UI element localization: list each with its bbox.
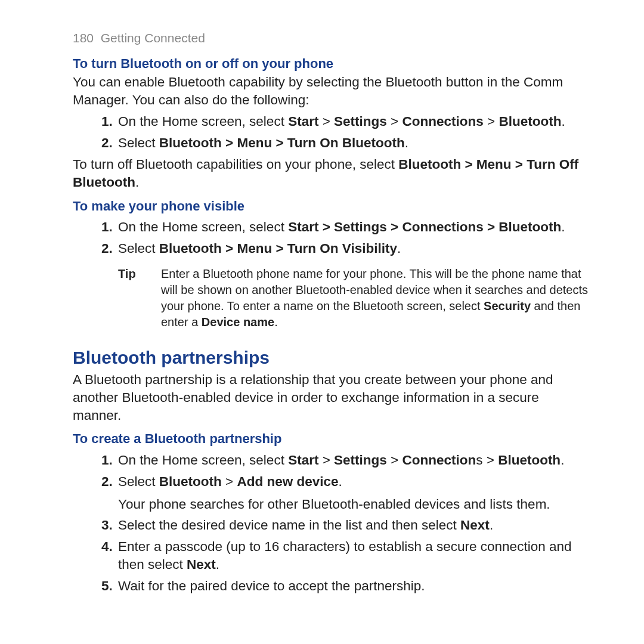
step-body: Your phone searches for other Bluetooth-… — [118, 496, 589, 513]
tip-text: Enter a Bluetooth phone name for your ph… — [161, 266, 589, 330]
partnerships-intro: A Bluetooth partnership is a relationshi… — [73, 371, 589, 425]
list-item: 4.Enter a passcode (up to 16 characters)… — [101, 538, 589, 574]
subheading-create-partnership: To create a Bluetooth partnership — [73, 430, 589, 447]
manual-page: 180 Getting Connected To turn Bluetooth … — [0, 0, 644, 644]
subheading-bluetooth-onoff: To turn Bluetooth on or off on your phon… — [73, 55, 589, 72]
visible-steps: 1.On the Home screen, select Start > Set… — [101, 218, 589, 258]
tip-label: Tip — [118, 266, 161, 330]
bluetooth-off-note: To turn off Bluetooth capabilities on yo… — [73, 156, 589, 191]
list-item: 1.On the Home screen, select Start > Set… — [101, 451, 589, 469]
list-item: 3.Select the desired device name in the … — [101, 516, 589, 534]
list-item: 1.On the Home screen, select Start > Set… — [101, 113, 589, 131]
bluetooth-onoff-intro: You can enable Bluetooth capability by s… — [73, 73, 589, 109]
subheading-visible: To make your phone visible — [73, 197, 589, 215]
heading-partnerships: Bluetooth partnerships — [73, 346, 589, 370]
list-item: 2.Select Bluetooth > Menu > Turn On Visi… — [101, 240, 589, 258]
running-header: 180 Getting Connected — [73, 30, 589, 47]
section-title: Getting Connected — [101, 31, 205, 45]
list-item: 5.Wait for the paired device to accept t… — [101, 577, 589, 595]
list-item: 2.Select Bluetooth > Add new device. You… — [101, 473, 589, 513]
partnership-steps: 1.On the Home screen, select Start > Set… — [101, 451, 589, 595]
list-item: 2.Select Bluetooth > Menu > Turn On Blue… — [101, 134, 589, 152]
page-number: 180 — [73, 31, 94, 45]
bluetooth-onoff-steps: 1.On the Home screen, select Start > Set… — [101, 113, 589, 152]
list-item: 1.On the Home screen, select Start > Set… — [101, 218, 589, 236]
tip-block: Tip Enter a Bluetooth phone name for you… — [118, 266, 589, 330]
